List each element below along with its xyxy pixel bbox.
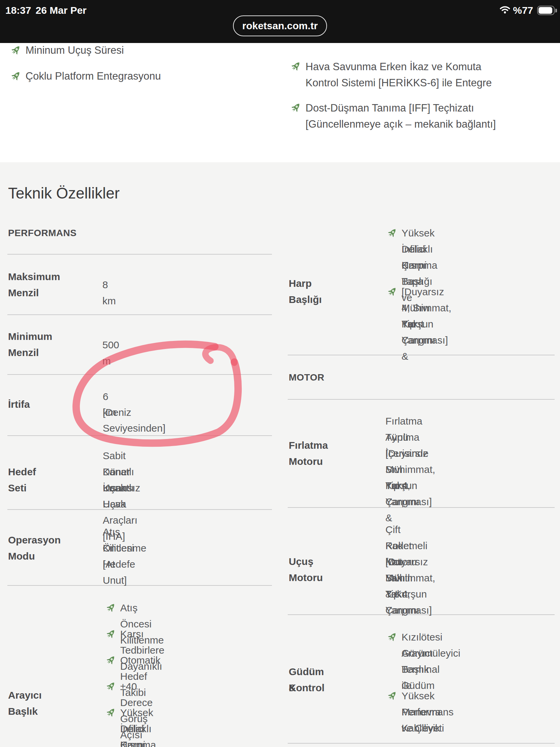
rocket-icon [287, 99, 305, 117]
spec-label: Maksimum [8, 269, 60, 285]
spec-value: Ayrılma [385, 429, 419, 445]
spec-label: Hedef Seti [8, 464, 36, 496]
separator [288, 743, 555, 744]
spec-label: Minimum [8, 329, 52, 344]
rocket-icon [7, 67, 25, 85]
intro-item-label: Mininum Uçuş Süresi [26, 42, 124, 58]
section-label-performans: PERFORMANS [8, 228, 77, 238]
separator [7, 585, 272, 586]
spec-label: Başlık [8, 703, 37, 719]
spec-label: Menzil [8, 344, 39, 361]
intro-item-line: Kontrol Sistemi [HERİKKS-6] ile Entegre [305, 75, 492, 91]
section-label-motor: MOTOR [289, 372, 324, 383]
spec-label: Fırlatma [289, 437, 328, 454]
separator [288, 399, 555, 400]
address-bar[interactable]: roketsan.com.tr [233, 16, 327, 36]
battery-percent: %77 [513, 5, 533, 16]
spec-label: Harp Başlığı [289, 276, 322, 308]
separator [7, 314, 272, 315]
status-bar: 18:37 26 Mar Per %77 roketsan.com.tr [0, 0, 560, 43]
separator [7, 254, 272, 255]
spec-value: 500 m [102, 337, 119, 369]
intro-item-label: Çoklu Platform Entegrasyonu [26, 68, 161, 84]
spec-bullet-line: Performans Kabilliyeti [402, 704, 454, 736]
battery-icon-tip [555, 9, 557, 12]
spec-label: İrtifa [8, 396, 30, 412]
spec-label: Kontrol [289, 680, 325, 696]
spec-bullet-line: Çarpma Tapa [120, 737, 156, 747]
spec-value: [Deniz Seviyesinden] [103, 405, 165, 436]
spec-label: Operasyon [8, 532, 61, 548]
specs-section-background [0, 162, 560, 747]
spec-label: Uçuş Motoru [289, 553, 323, 586]
spec-bullet-line: Kurşun Çarpması] [402, 316, 448, 348]
spec-label: Modu [8, 548, 35, 564]
spec-value: Kilitlenme [103, 540, 146, 556]
battery-icon [537, 6, 555, 15]
page-title: Teknik Özellikler [8, 184, 119, 202]
wifi-icon [499, 5, 511, 14]
page: Mininum Uçuş Süresi Çoklu Platform Enteg… [0, 0, 560, 747]
spec-value: & Kurşun Çarpması] [385, 586, 432, 618]
intro-item-line: Hava Savunma Erken İkaz ve Komuta [305, 59, 481, 75]
spec-value: 8 km [102, 277, 116, 309]
separator [7, 374, 272, 375]
spec-value: Kurşun Çarpması] [385, 478, 432, 510]
rocket-icon [287, 57, 305, 76]
rocket-icon [7, 41, 25, 59]
spec-value: [At Unut] [103, 556, 127, 589]
intro-item-line: [Güncellenmeye açık – mekanik bağlantı] [305, 116, 496, 132]
status-date: 26 Mar Per [35, 5, 87, 16]
intro-item-line: Dost-Düşman Tanıma [IFF] Teçhizatı [305, 100, 474, 116]
spec-label: Menzil [8, 285, 39, 301]
spec-label: Motoru [289, 454, 323, 469]
status-time: 18:37 [5, 5, 31, 16]
spec-label: Arayıcı [8, 687, 42, 703]
